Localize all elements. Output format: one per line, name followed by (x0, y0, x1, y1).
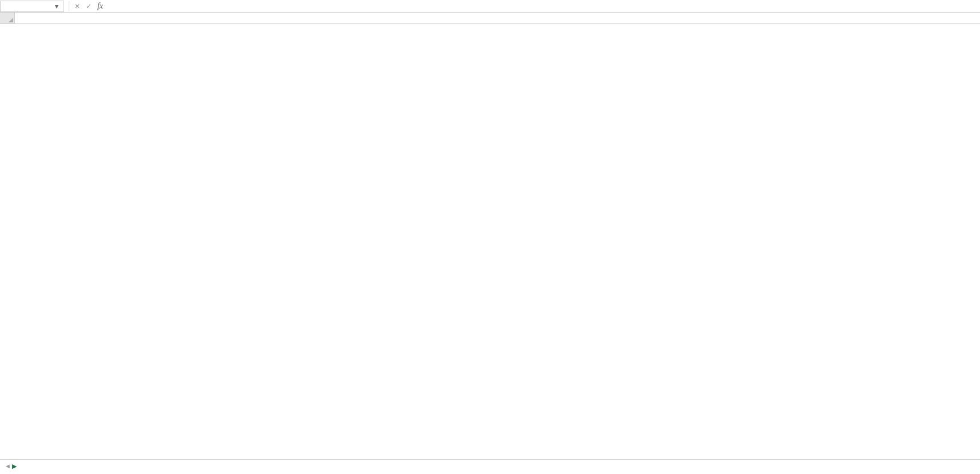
spreadsheet-grid[interactable] (0, 13, 980, 459)
formula-input[interactable] (106, 1, 980, 12)
sheet-tabs: ◄ ▶ (0, 459, 980, 473)
formula-bar: ▾ ✕ ✓ fx (0, 0, 980, 13)
separator (69, 1, 69, 11)
name-box[interactable]: ▾ (0, 1, 64, 12)
accept-formula-icon[interactable]: ✓ (83, 1, 94, 12)
select-all-corner[interactable] (0, 13, 15, 23)
tab-nav-prev-icon[interactable]: ◄ (5, 463, 11, 470)
fx-icon[interactable]: fx (94, 1, 106, 12)
tab-nav: ◄ ▶ (5, 463, 17, 470)
column-headers (0, 13, 980, 24)
tab-nav-next-icon[interactable]: ▶ (12, 463, 17, 470)
cancel-formula-icon[interactable]: ✕ (72, 1, 83, 12)
chevron-down-icon[interactable]: ▾ (53, 3, 60, 10)
